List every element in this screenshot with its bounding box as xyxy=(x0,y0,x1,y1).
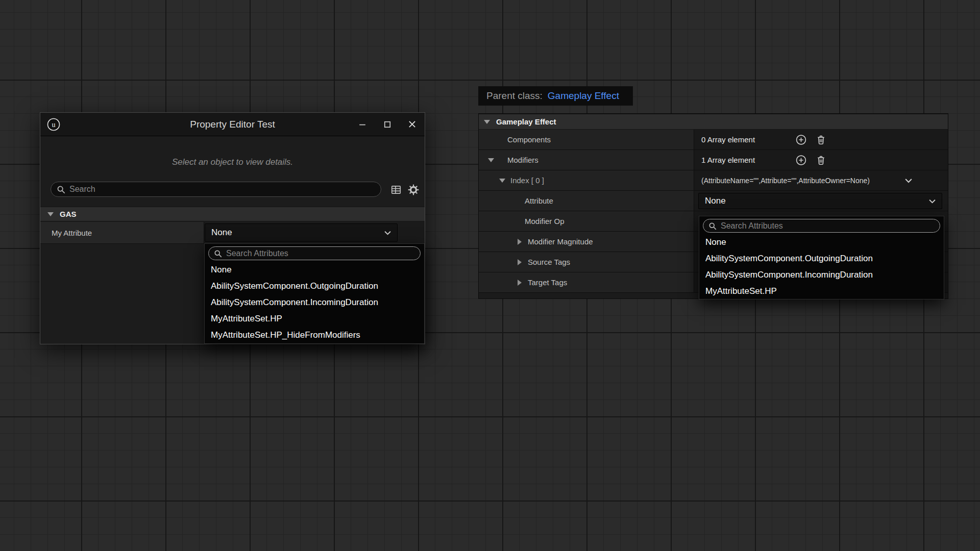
row-name-cell: Source Tags xyxy=(479,252,694,272)
category-label: GAS xyxy=(60,210,77,218)
category-expand-icon xyxy=(484,120,490,124)
category-gas[interactable]: GAS xyxy=(40,207,425,221)
index-label: Index [ 0 ] xyxy=(479,176,544,185)
modifiers-row: Modifiers 1 Array element xyxy=(479,150,948,170)
popup-search-box[interactable] xyxy=(703,219,940,233)
details-panel: Gameplay Effect Components 0 Array eleme… xyxy=(478,113,948,299)
close-button[interactable] xyxy=(400,113,425,136)
row-value-cell: (AttributeName="",Attribute="",Attribute… xyxy=(694,170,948,190)
row-value-cell: 1 Array element xyxy=(694,150,948,170)
delete-array-icon[interactable] xyxy=(816,155,826,165)
array-count: 0 Array element xyxy=(701,135,755,144)
search-toolbar xyxy=(40,182,425,197)
popup-search-input[interactable] xyxy=(226,249,415,258)
index-0-row: Index [ 0 ] (AttributeName="",Attribute=… xyxy=(479,170,948,191)
search-icon xyxy=(214,249,222,258)
attribute-option[interactable]: AbilitySystemComponent.IncomingDuration xyxy=(205,294,424,311)
display-options-icon[interactable] xyxy=(389,183,403,196)
attribute-option[interactable]: AbilitySystemComponent.OutgoingDuration xyxy=(699,251,944,267)
collapse-arrow-icon[interactable] xyxy=(518,239,522,245)
collapse-arrow-icon[interactable] xyxy=(518,280,522,286)
my-attribute-row: My Attribute None xyxy=(40,222,425,244)
row-name-cell: Modifier Magnitude xyxy=(479,232,694,252)
category-gameplay-effect[interactable]: Gameplay Effect xyxy=(479,114,948,130)
category-label: Gameplay Effect xyxy=(496,117,556,126)
row-name-cell: Modifier Op xyxy=(479,211,694,231)
svg-text:u: u xyxy=(52,121,56,129)
attribute-picker-popup: None AbilitySystemComponent.OutgoingDura… xyxy=(204,243,425,344)
search-icon xyxy=(57,185,65,194)
settings-gear-icon[interactable] xyxy=(407,183,420,196)
modifier-op-label: Modifier Op xyxy=(479,217,565,226)
attribute-picker-popup: None AbilitySystemComponent.OutgoingDura… xyxy=(699,216,944,299)
parent-class-link[interactable]: Gameplay Effect xyxy=(548,90,619,102)
add-element-icon[interactable] xyxy=(795,134,807,145)
add-element-icon[interactable] xyxy=(795,154,807,166)
attribute-option[interactable]: AbilitySystemComponent.OutgoingDuration xyxy=(205,278,424,294)
attribute-option[interactable]: AbilitySystemComponent.IncomingDuration xyxy=(699,267,944,283)
blueprint-grid-canvas[interactable]: u Property Editor Test Select an object … xyxy=(0,0,980,551)
components-row: Components 0 Array element xyxy=(479,130,948,150)
window-body: Select an object to view details. xyxy=(40,137,425,344)
search-icon xyxy=(708,222,717,230)
attribute-dropdown[interactable]: None xyxy=(698,193,942,209)
property-value-cell: None xyxy=(204,222,425,243)
attribute-row: Attribute None xyxy=(479,191,948,211)
maximize-button[interactable] xyxy=(375,113,400,136)
my-attribute-dropdown[interactable]: None xyxy=(205,223,398,242)
my-attribute-label: My Attribute xyxy=(52,229,92,237)
parent-class-label: Parent class: xyxy=(486,90,543,102)
empty-selection-text: Select an object to view details. xyxy=(40,157,425,167)
row-value-cell: 0 Array element xyxy=(694,130,948,149)
details-search-box[interactable] xyxy=(51,182,381,197)
row-name-cell: Attribute xyxy=(479,191,694,211)
expand-arrow-icon[interactable] xyxy=(499,179,505,183)
search-input[interactable] xyxy=(69,185,375,194)
source-tags-label: Source Tags xyxy=(479,258,570,266)
popup-search-input[interactable] xyxy=(721,221,935,231)
attribute-option[interactable]: MyAttributeSet.HP_HideFromModifiers xyxy=(205,327,424,343)
chevron-down-icon[interactable] xyxy=(905,178,912,183)
components-label: Components xyxy=(479,135,551,144)
attribute-label: Attribute xyxy=(479,196,553,205)
minimize-button[interactable] xyxy=(350,113,375,136)
dropdown-value: None xyxy=(705,196,726,206)
row-name-cell: Components xyxy=(479,130,694,149)
attribute-option[interactable]: MyAttributeSet.HP xyxy=(205,311,424,327)
modifier-magnitude-label: Modifier Magnitude xyxy=(479,237,593,246)
unreal-logo-icon: u xyxy=(46,117,61,132)
row-value-cell: None xyxy=(694,191,948,211)
attribute-option[interactable]: None xyxy=(699,234,944,251)
dropdown-value: None xyxy=(211,228,232,238)
row-name-cell: Modifiers xyxy=(479,150,694,170)
popup-search-box[interactable] xyxy=(208,246,421,260)
attribute-option[interactable]: MyAttributeSet.HP xyxy=(699,283,944,299)
expand-arrow-icon[interactable] xyxy=(488,158,494,162)
row-name-cell: Index [ 0 ] xyxy=(479,170,694,190)
window-controls xyxy=(350,113,425,136)
property-name-cell: My Attribute xyxy=(40,222,204,243)
collapse-arrow-icon[interactable] xyxy=(518,259,522,265)
parent-class-bar: Parent class: Gameplay Effect xyxy=(478,86,633,106)
category-expand-icon xyxy=(47,212,54,216)
delete-array-icon[interactable] xyxy=(816,134,826,145)
struct-summary: (AttributeName="",Attribute="",Attribute… xyxy=(701,177,870,185)
target-tags-label: Target Tags xyxy=(479,278,567,287)
chevron-down-icon xyxy=(929,199,936,204)
property-editor-window: u Property Editor Test Select an object … xyxy=(40,112,425,344)
chevron-down-icon xyxy=(384,231,391,235)
array-count: 1 Array element xyxy=(701,156,755,164)
attribute-option[interactable]: None xyxy=(205,262,424,278)
row-name-cell: Target Tags xyxy=(479,272,694,292)
window-titlebar[interactable]: u Property Editor Test xyxy=(40,113,425,136)
